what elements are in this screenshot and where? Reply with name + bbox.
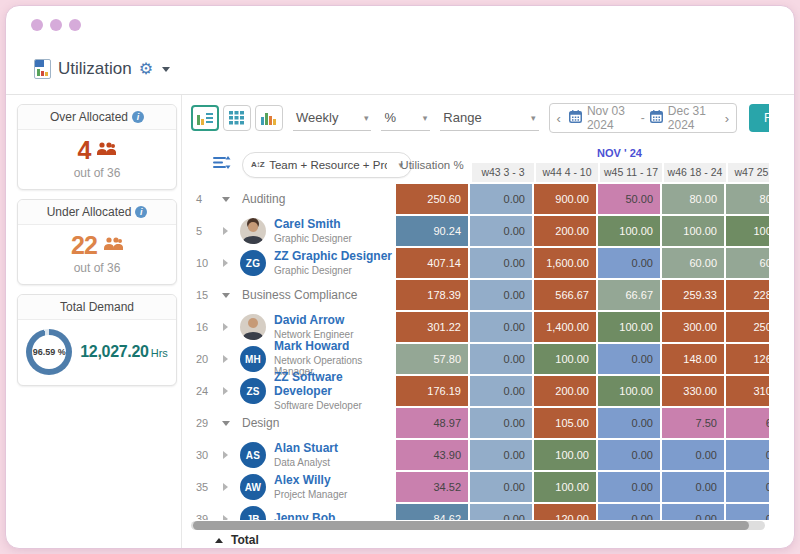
week-value-cell: 0.00 bbox=[470, 344, 532, 374]
avatar bbox=[240, 314, 266, 340]
week-value-cell: 100.0 bbox=[726, 216, 769, 246]
table-row: 29 Design 48.970.00105.000.007.506.0 bbox=[187, 407, 769, 439]
avatar-initials: ZS bbox=[240, 378, 266, 404]
period-select[interactable]: Weekly▾ bbox=[293, 106, 371, 131]
date-from[interactable]: Nov 03 2024 bbox=[587, 104, 636, 132]
utilisation-cell: 90.24 bbox=[396, 216, 468, 246]
expand-toggle[interactable] bbox=[218, 451, 233, 459]
expand-toggle[interactable] bbox=[218, 355, 233, 363]
expand-toggle[interactable] bbox=[218, 421, 233, 426]
resource-role: Graphic Designer bbox=[274, 265, 392, 277]
week-value-cell: 0.00 bbox=[598, 440, 660, 470]
resource-name-link[interactable]: David Arrow bbox=[274, 314, 353, 328]
window-dot-3[interactable] bbox=[69, 19, 81, 31]
total-demand-card: Total Demand 96.59 % 12,027.20Hrs bbox=[17, 294, 177, 386]
title-dropdown-caret-icon[interactable] bbox=[162, 67, 170, 72]
date-range-picker: ‹ Nov 03 2024 - Dec 31 2024 › bbox=[549, 103, 738, 133]
row-number: 39 bbox=[187, 513, 218, 520]
group-name: Auditing bbox=[242, 192, 285, 206]
week-value-cell: 0.00 bbox=[662, 440, 724, 470]
resource-role: Data Analyst bbox=[274, 457, 338, 469]
unit-select[interactable]: %▾ bbox=[381, 106, 430, 131]
expand-toggle[interactable] bbox=[218, 259, 233, 267]
horizontal-scrollbar-thumb[interactable] bbox=[193, 521, 749, 530]
resource-role: Graphic Designer bbox=[274, 233, 352, 245]
week-value-cell: 0.00 bbox=[470, 216, 532, 246]
prev-period-button[interactable]: ‹ bbox=[554, 112, 564, 125]
under-allocated-caption: out of 36 bbox=[22, 261, 172, 275]
grid-view-button[interactable] bbox=[223, 105, 251, 131]
row-number: 10 bbox=[187, 257, 218, 269]
expand-toggle[interactable] bbox=[218, 323, 233, 331]
utilisation-cell: 301.22 bbox=[396, 312, 468, 342]
expand-toggle[interactable] bbox=[218, 227, 233, 235]
week-value-cell: 50.00 bbox=[598, 184, 660, 214]
week-value-cell: 259.33 bbox=[662, 280, 724, 310]
row-number: 15 bbox=[187, 289, 218, 301]
info-icon[interactable]: i bbox=[132, 111, 144, 123]
gear-icon[interactable]: ⚙ bbox=[139, 61, 153, 77]
table-row: 39 JBJenny Bob 84.620.00120.000.000.000.… bbox=[187, 503, 769, 520]
bar-chart-view-button[interactable] bbox=[255, 105, 283, 131]
expand-toggle[interactable] bbox=[218, 197, 233, 202]
week-value-cell: 80.00 bbox=[662, 184, 724, 214]
week-value-cell: 0.00 bbox=[598, 504, 660, 520]
range-select[interactable]: Range▾ bbox=[440, 106, 538, 131]
week-value-cell: 900.00 bbox=[534, 184, 596, 214]
month-label: NOV ' 24 bbox=[470, 147, 769, 159]
week-value-cell: 0.00 bbox=[598, 248, 660, 278]
resource-name-link[interactable]: ZZ Software Developer bbox=[274, 371, 394, 399]
utilisation-cell: 43.90 bbox=[396, 440, 468, 470]
resource-name-link[interactable]: Alan Stuart bbox=[274, 442, 338, 456]
resource-name-link[interactable]: Carel Smith bbox=[274, 218, 352, 232]
app-window: Utilization ⚙ Over Allocated i 4 out of … bbox=[5, 5, 795, 549]
people-icon bbox=[103, 236, 123, 256]
resource-name-link[interactable]: Mark Howard bbox=[274, 340, 394, 354]
avatar-initials: AW bbox=[240, 474, 266, 500]
week-value-cell: 1,600.00 bbox=[534, 248, 596, 278]
total-demand-title: Total Demand bbox=[60, 295, 134, 319]
date-to[interactable]: Dec 31 2024 bbox=[668, 104, 717, 132]
expand-toggle[interactable] bbox=[218, 387, 233, 395]
group-by-select[interactable]: A↕Z Team + Resource + Proj... ▾ bbox=[242, 152, 412, 178]
next-period-button[interactable]: › bbox=[722, 112, 732, 125]
chart-list-view-button[interactable] bbox=[191, 105, 219, 131]
total-label: Total bbox=[231, 533, 259, 547]
week-value-cell: 100.00 bbox=[598, 216, 660, 246]
info-icon[interactable]: i bbox=[135, 206, 147, 218]
resource-name-link[interactable]: Jenny Bob bbox=[274, 512, 335, 520]
resource-name-link[interactable]: ZZ Graphic Designer bbox=[274, 250, 392, 264]
demand-donut-chart: 96.59 % bbox=[26, 329, 72, 375]
utilisation-cell: 178.39 bbox=[396, 280, 468, 310]
sort-filter-icon[interactable] bbox=[213, 155, 231, 174]
full-button[interactable]: Full bbox=[749, 104, 769, 132]
avatar-initials: JB bbox=[240, 506, 266, 520]
table-row: 35 AWAlex WillyProject Manager 34.520.00… bbox=[187, 471, 769, 503]
calendar-icon bbox=[569, 109, 582, 127]
week-value-cell: 200.00 bbox=[534, 376, 596, 406]
week-value-cell: 0.00 bbox=[598, 408, 660, 438]
expand-total-icon[interactable] bbox=[215, 538, 223, 543]
resource-name-link[interactable]: Alex Willy bbox=[274, 474, 347, 488]
utilisation-cell: 84.62 bbox=[396, 504, 468, 520]
full-partial-toggle: Full Partial bbox=[749, 104, 769, 132]
week-value-cell: 80.0 bbox=[726, 184, 769, 214]
chevron-down-icon: ▾ bbox=[423, 113, 428, 123]
week-value-cell: 0.00 bbox=[470, 504, 532, 520]
people-icon bbox=[96, 141, 116, 161]
week-value-cell: 100.00 bbox=[598, 376, 660, 406]
week-value-cell: 100.00 bbox=[534, 440, 596, 470]
row-number: 16 bbox=[187, 321, 218, 333]
expand-toggle[interactable] bbox=[218, 483, 233, 491]
avatar-initials: AS bbox=[240, 442, 266, 468]
window-controls bbox=[31, 19, 81, 31]
page-title: Utilization bbox=[58, 59, 132, 79]
expand-toggle[interactable] bbox=[218, 515, 233, 520]
window-dot-1[interactable] bbox=[31, 19, 43, 31]
window-dot-2[interactable] bbox=[50, 19, 62, 31]
table-row: 15 Business Compliance 178.390.00566.676… bbox=[187, 279, 769, 311]
group-name: Business Compliance bbox=[242, 288, 357, 302]
week-value-cell: 310.0 bbox=[726, 376, 769, 406]
expand-toggle[interactable] bbox=[218, 293, 233, 298]
demand-hours: 12,027.20 bbox=[80, 343, 148, 360]
